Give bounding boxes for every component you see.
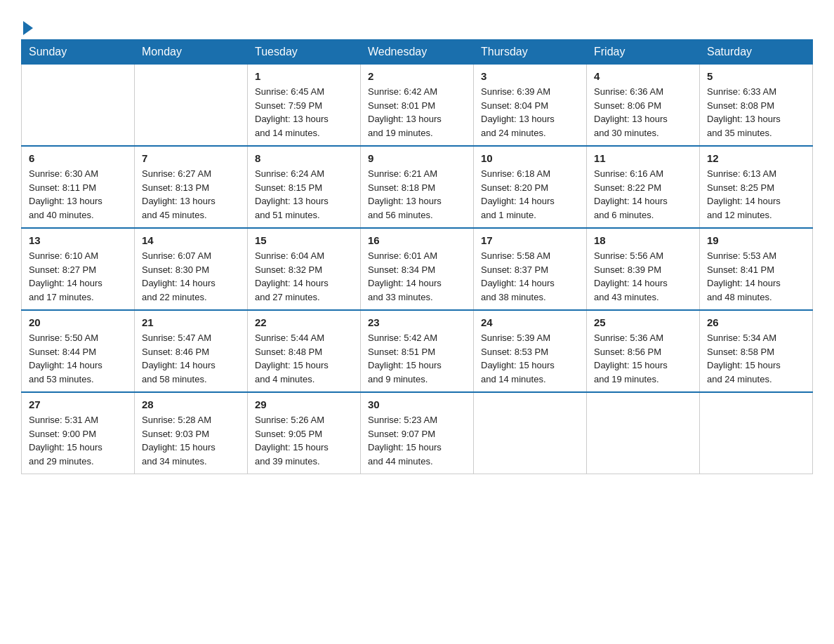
day-detail: Sunrise: 5:42 AM Sunset: 8:51 PM Dayligh… bbox=[368, 331, 466, 386]
day-number: 20 bbox=[29, 316, 127, 328]
day-number: 18 bbox=[594, 234, 692, 246]
calendar-cell: 10Sunrise: 6:18 AM Sunset: 8:20 PM Dayli… bbox=[474, 146, 587, 228]
day-number: 6 bbox=[29, 152, 127, 164]
calendar-cell bbox=[135, 65, 248, 147]
day-detail: Sunrise: 5:36 AM Sunset: 8:56 PM Dayligh… bbox=[594, 331, 692, 386]
column-header-monday: Monday bbox=[135, 40, 248, 65]
calendar-week-1: 1Sunrise: 6:45 AM Sunset: 7:59 PM Daylig… bbox=[22, 65, 813, 147]
calendar-cell: 16Sunrise: 6:01 AM Sunset: 8:34 PM Dayli… bbox=[361, 228, 474, 310]
calendar-week-4: 20Sunrise: 5:50 AM Sunset: 8:44 PM Dayli… bbox=[22, 310, 813, 392]
calendar-cell: 5Sunrise: 6:33 AM Sunset: 8:08 PM Daylig… bbox=[700, 65, 813, 147]
day-detail: Sunrise: 6:39 AM Sunset: 8:04 PM Dayligh… bbox=[481, 85, 579, 140]
day-detail: Sunrise: 6:27 AM Sunset: 8:13 PM Dayligh… bbox=[142, 167, 240, 222]
day-number: 30 bbox=[368, 398, 466, 410]
calendar-cell: 4Sunrise: 6:36 AM Sunset: 8:06 PM Daylig… bbox=[587, 65, 700, 147]
calendar-cell: 8Sunrise: 6:24 AM Sunset: 8:15 PM Daylig… bbox=[248, 146, 361, 228]
day-number: 13 bbox=[29, 234, 127, 246]
day-detail: Sunrise: 5:39 AM Sunset: 8:53 PM Dayligh… bbox=[481, 331, 579, 386]
calendar-cell bbox=[22, 65, 135, 147]
calendar-cell: 6Sunrise: 6:30 AM Sunset: 8:11 PM Daylig… bbox=[22, 146, 135, 228]
day-number: 24 bbox=[481, 316, 579, 328]
calendar-cell: 20Sunrise: 5:50 AM Sunset: 8:44 PM Dayli… bbox=[22, 310, 135, 392]
calendar-cell bbox=[587, 392, 700, 474]
calendar-cell: 14Sunrise: 6:07 AM Sunset: 8:30 PM Dayli… bbox=[135, 228, 248, 310]
day-number: 7 bbox=[142, 152, 240, 164]
calendar-cell bbox=[474, 392, 587, 474]
day-detail: Sunrise: 5:47 AM Sunset: 8:46 PM Dayligh… bbox=[142, 331, 240, 386]
calendar-cell: 24Sunrise: 5:39 AM Sunset: 8:53 PM Dayli… bbox=[474, 310, 587, 392]
column-header-sunday: Sunday bbox=[22, 40, 135, 65]
day-number: 15 bbox=[255, 234, 353, 246]
calendar-cell: 9Sunrise: 6:21 AM Sunset: 8:18 PM Daylig… bbox=[361, 146, 474, 228]
calendar-cell: 21Sunrise: 5:47 AM Sunset: 8:46 PM Dayli… bbox=[135, 310, 248, 392]
calendar-cell: 11Sunrise: 6:16 AM Sunset: 8:22 PM Dayli… bbox=[587, 146, 700, 228]
day-number: 3 bbox=[481, 70, 579, 82]
column-header-wednesday: Wednesday bbox=[361, 40, 474, 65]
day-number: 4 bbox=[594, 70, 692, 82]
day-detail: Sunrise: 6:42 AM Sunset: 8:01 PM Dayligh… bbox=[368, 85, 466, 140]
calendar-cell: 1Sunrise: 6:45 AM Sunset: 7:59 PM Daylig… bbox=[248, 65, 361, 147]
day-detail: Sunrise: 6:16 AM Sunset: 8:22 PM Dayligh… bbox=[594, 167, 692, 222]
day-detail: Sunrise: 6:01 AM Sunset: 8:34 PM Dayligh… bbox=[368, 249, 466, 304]
day-detail: Sunrise: 6:18 AM Sunset: 8:20 PM Dayligh… bbox=[481, 167, 579, 222]
calendar-cell: 13Sunrise: 6:10 AM Sunset: 8:27 PM Dayli… bbox=[22, 228, 135, 310]
column-header-thursday: Thursday bbox=[474, 40, 587, 65]
day-detail: Sunrise: 5:26 AM Sunset: 9:05 PM Dayligh… bbox=[255, 413, 353, 468]
calendar-cell: 26Sunrise: 5:34 AM Sunset: 8:58 PM Dayli… bbox=[700, 310, 813, 392]
calendar-week-2: 6Sunrise: 6:30 AM Sunset: 8:11 PM Daylig… bbox=[22, 146, 813, 228]
day-number: 29 bbox=[255, 398, 353, 410]
day-detail: Sunrise: 5:34 AM Sunset: 8:58 PM Dayligh… bbox=[707, 331, 805, 386]
day-detail: Sunrise: 6:24 AM Sunset: 8:15 PM Dayligh… bbox=[255, 167, 353, 222]
calendar-header-row: SundayMondayTuesdayWednesdayThursdayFrid… bbox=[22, 40, 813, 65]
day-detail: Sunrise: 6:36 AM Sunset: 8:06 PM Dayligh… bbox=[594, 85, 692, 140]
day-detail: Sunrise: 6:21 AM Sunset: 8:18 PM Dayligh… bbox=[368, 167, 466, 222]
day-number: 23 bbox=[368, 316, 466, 328]
day-number: 8 bbox=[255, 152, 353, 164]
calendar-cell bbox=[700, 392, 813, 474]
day-number: 27 bbox=[29, 398, 127, 410]
day-detail: Sunrise: 5:23 AM Sunset: 9:07 PM Dayligh… bbox=[368, 413, 466, 468]
day-detail: Sunrise: 5:44 AM Sunset: 8:48 PM Dayligh… bbox=[255, 331, 353, 386]
calendar-cell: 27Sunrise: 5:31 AM Sunset: 9:00 PM Dayli… bbox=[22, 392, 135, 474]
day-number: 16 bbox=[368, 234, 466, 246]
logo bbox=[21, 20, 33, 32]
day-detail: Sunrise: 5:58 AM Sunset: 8:37 PM Dayligh… bbox=[481, 249, 579, 304]
calendar-cell: 17Sunrise: 5:58 AM Sunset: 8:37 PM Dayli… bbox=[474, 228, 587, 310]
day-number: 28 bbox=[142, 398, 240, 410]
calendar-week-5: 27Sunrise: 5:31 AM Sunset: 9:00 PM Dayli… bbox=[22, 392, 813, 474]
day-number: 2 bbox=[368, 70, 466, 82]
day-detail: Sunrise: 6:33 AM Sunset: 8:08 PM Dayligh… bbox=[707, 85, 805, 140]
day-number: 14 bbox=[142, 234, 240, 246]
calendar-cell: 7Sunrise: 6:27 AM Sunset: 8:13 PM Daylig… bbox=[135, 146, 248, 228]
day-detail: Sunrise: 6:13 AM Sunset: 8:25 PM Dayligh… bbox=[707, 167, 805, 222]
day-number: 1 bbox=[255, 70, 353, 82]
day-number: 21 bbox=[142, 316, 240, 328]
calendar-cell: 18Sunrise: 5:56 AM Sunset: 8:39 PM Dayli… bbox=[587, 228, 700, 310]
calendar-cell: 29Sunrise: 5:26 AM Sunset: 9:05 PM Dayli… bbox=[248, 392, 361, 474]
day-number: 22 bbox=[255, 316, 353, 328]
column-header-friday: Friday bbox=[587, 40, 700, 65]
day-number: 10 bbox=[481, 152, 579, 164]
day-detail: Sunrise: 5:50 AM Sunset: 8:44 PM Dayligh… bbox=[29, 331, 127, 386]
calendar-cell: 30Sunrise: 5:23 AM Sunset: 9:07 PM Dayli… bbox=[361, 392, 474, 474]
day-number: 26 bbox=[707, 316, 805, 328]
calendar-cell: 25Sunrise: 5:36 AM Sunset: 8:56 PM Dayli… bbox=[587, 310, 700, 392]
calendar-cell: 23Sunrise: 5:42 AM Sunset: 8:51 PM Dayli… bbox=[361, 310, 474, 392]
page-header bbox=[21, 14, 813, 32]
calendar-cell: 12Sunrise: 6:13 AM Sunset: 8:25 PM Dayli… bbox=[700, 146, 813, 228]
day-number: 9 bbox=[368, 152, 466, 164]
calendar-cell: 28Sunrise: 5:28 AM Sunset: 9:03 PM Dayli… bbox=[135, 392, 248, 474]
calendar-cell: 2Sunrise: 6:42 AM Sunset: 8:01 PM Daylig… bbox=[361, 65, 474, 147]
day-number: 5 bbox=[707, 70, 805, 82]
day-detail: Sunrise: 6:10 AM Sunset: 8:27 PM Dayligh… bbox=[29, 249, 127, 304]
calendar-week-3: 13Sunrise: 6:10 AM Sunset: 8:27 PM Dayli… bbox=[22, 228, 813, 310]
day-detail: Sunrise: 6:30 AM Sunset: 8:11 PM Dayligh… bbox=[29, 167, 127, 222]
calendar-cell: 3Sunrise: 6:39 AM Sunset: 8:04 PM Daylig… bbox=[474, 65, 587, 147]
day-detail: Sunrise: 6:45 AM Sunset: 7:59 PM Dayligh… bbox=[255, 85, 353, 140]
day-number: 12 bbox=[707, 152, 805, 164]
day-detail: Sunrise: 6:04 AM Sunset: 8:32 PM Dayligh… bbox=[255, 249, 353, 304]
column-header-tuesday: Tuesday bbox=[248, 40, 361, 65]
calendar-cell: 15Sunrise: 6:04 AM Sunset: 8:32 PM Dayli… bbox=[248, 228, 361, 310]
column-header-saturday: Saturday bbox=[700, 40, 813, 65]
logo-arrow-icon bbox=[23, 21, 33, 35]
